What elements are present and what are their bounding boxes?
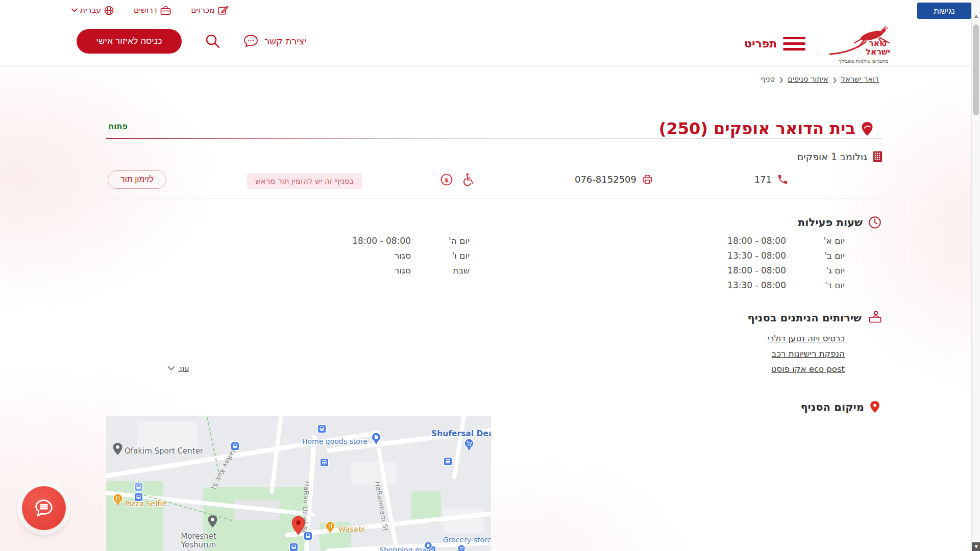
branch-phone[interactable]: 171 bbox=[754, 174, 772, 185]
chat-bubble-icon bbox=[32, 496, 56, 520]
bus-stop-icon[interactable] bbox=[321, 459, 328, 466]
poi-label-grocery[interactable]: Grocery store bbox=[443, 536, 491, 544]
accessibility-button[interactable]: נגישות bbox=[917, 3, 971, 19]
bus-stop-icon[interactable] bbox=[444, 458, 452, 465]
poi-label-shufersal[interactable]: Shufersal Deal bbox=[431, 429, 491, 438]
poi-pin-grocery[interactable] bbox=[456, 544, 467, 551]
breadcrumb-branches[interactable]: איתור סניפים bbox=[788, 75, 828, 83]
fax-icon bbox=[642, 173, 653, 185]
pencil-icon bbox=[217, 5, 229, 16]
title-divider bbox=[106, 138, 883, 139]
services-section-heading: שירותים הניתנים בסניף bbox=[748, 310, 883, 325]
scrollbar-thumb[interactable] bbox=[973, 24, 979, 115]
chevron-down-icon bbox=[71, 8, 78, 12]
chat-fab-button[interactable] bbox=[22, 486, 66, 530]
login-button[interactable]: כניסה לאיזור אישי bbox=[77, 29, 182, 54]
header-divider bbox=[818, 30, 818, 57]
search-icon bbox=[204, 33, 221, 49]
branch-address: גולומב 1 אופקים bbox=[797, 151, 867, 162]
service-link-visa[interactable]: כרטיס ויזה נטען דולרי bbox=[767, 334, 845, 343]
poi-label-home-goods[interactable]: Home goods store bbox=[302, 437, 368, 445]
breadcrumb-separator: ❮ bbox=[832, 77, 837, 83]
bus-stop-icon[interactable] bbox=[231, 442, 239, 450]
map-pin-icon bbox=[869, 399, 880, 414]
breadcrumb-current: סניף bbox=[761, 75, 775, 83]
scrollbar-up-arrow[interactable]: ▲ bbox=[972, 13, 980, 18]
hours-left-column: יום ה'18:00 - 08:00 יום ו'סגור שבתסגור bbox=[351, 236, 470, 280]
poi-pin-wasabi[interactable] bbox=[325, 521, 335, 534]
language-switcher[interactable]: עברית bbox=[71, 5, 114, 16]
jobs-link[interactable]: דרושים bbox=[134, 5, 172, 16]
scrollbar-down-arrow[interactable]: ▼ bbox=[972, 542, 980, 551]
hours-heading: שעות פעילות bbox=[798, 216, 863, 229]
search-button[interactable] bbox=[204, 33, 221, 49]
chat-icon bbox=[243, 34, 259, 48]
hours-row: יום א'18:00 - 08:00 bbox=[726, 236, 845, 246]
appointment-note: בסניף זה יש להזמין תור מראש bbox=[247, 173, 362, 189]
status-badge: פתוח bbox=[108, 121, 128, 131]
poi-pin-school[interactable] bbox=[207, 515, 218, 528]
logo-line2: ישראל bbox=[866, 47, 890, 57]
location-section-heading: מיקום הסניף bbox=[800, 399, 880, 414]
map-road bbox=[270, 416, 284, 494]
menu-button[interactable]: תפריט bbox=[744, 34, 805, 54]
contact-link[interactable]: יצירת קשר bbox=[243, 34, 306, 48]
pin-emblem-icon bbox=[861, 121, 874, 137]
bus-stop-icon[interactable] bbox=[135, 483, 142, 491]
map-building bbox=[137, 421, 198, 449]
services-links: כרטיס ויזה נטען דולרי הנפקת רישיונות רכב… bbox=[767, 334, 845, 374]
contact-label: יצירת קשר bbox=[264, 36, 306, 46]
book-appointment-button[interactable]: לזימון תור bbox=[108, 170, 166, 189]
poi-pin-home-goods[interactable] bbox=[371, 432, 381, 445]
services-more-button[interactable]: עוד bbox=[167, 364, 189, 373]
page-title: בית הדואר אופקים (250) bbox=[659, 119, 855, 138]
branch-fax: 076-8152509 bbox=[575, 174, 636, 185]
bus-stop-icon[interactable] bbox=[318, 425, 326, 433]
phone-icon bbox=[777, 173, 789, 185]
dollar-icon: $ bbox=[440, 173, 453, 186]
language-label: עברית bbox=[80, 6, 101, 15]
poi-pin-sport-center[interactable] bbox=[112, 442, 123, 456]
branch-location-map[interactable]: HaRav Kuk St HaRav Uziel St HaRambam St … bbox=[106, 416, 491, 551]
fax-row: 076-8152509 bbox=[575, 173, 653, 185]
branch-title-row: בית הדואר אופקים (250) bbox=[659, 119, 874, 138]
hours-row: יום ג'18:00 - 08:00 bbox=[726, 265, 845, 276]
chevron-down-icon bbox=[167, 366, 175, 371]
svg-text:$: $ bbox=[445, 176, 449, 184]
service-link-vehicle-license[interactable]: הנפקת רישיונות רכב bbox=[772, 349, 845, 359]
tenders-link[interactable]: מכרזים bbox=[191, 5, 229, 16]
breadcrumb-separator: ❮ bbox=[779, 77, 783, 83]
wheelchair-icon bbox=[461, 172, 476, 187]
phone-row: 171 bbox=[754, 173, 789, 185]
logo-tagline: מחברים עולמות בשבילך bbox=[839, 58, 889, 64]
poi-label-school[interactable]: Moreshet Yeshurun School bbox=[170, 532, 227, 551]
services-heading: שירותים הניתנים בסניף bbox=[748, 312, 862, 324]
bus-stop-icon[interactable] bbox=[290, 543, 298, 551]
hours-row: שבתסגור bbox=[351, 265, 470, 276]
hours-right-column: יום א'18:00 - 08:00 יום ב'13:30 - 08:00 … bbox=[726, 236, 845, 295]
counter-clerk-icon bbox=[867, 310, 883, 325]
breadcrumb-home[interactable]: דואר ישראל bbox=[841, 75, 879, 83]
israel-post-logo[interactable]: דואר ישראל מחברים עולמות בשבילך bbox=[827, 24, 901, 64]
hours-row: יום ה'18:00 - 08:00 bbox=[351, 236, 470, 246]
poi-label-sport-center[interactable]: Ofakim Sport Center bbox=[125, 446, 203, 456]
hours-row: יום ד'13:30 - 08:00 bbox=[726, 280, 845, 290]
poi-pin-shopping-mall[interactable] bbox=[423, 541, 433, 551]
scrollbar[interactable]: ▲ ▼ bbox=[971, 0, 980, 551]
jobs-label: דרושים bbox=[134, 6, 157, 15]
map-trail bbox=[207, 417, 220, 477]
tenders-label: מכרזים bbox=[191, 6, 215, 15]
globe-icon bbox=[104, 5, 114, 16]
breadcrumb: דואר ישראל ❮ איתור סניפים ❮ סניף bbox=[761, 75, 879, 83]
poi-pin-pizza-selfie[interactable] bbox=[112, 493, 123, 507]
location-heading: מיקום הסניף bbox=[800, 401, 864, 413]
service-link-eco-post[interactable]: אקו פוסט eco post bbox=[771, 364, 845, 374]
poi-label-pizza-selfie[interactable]: Pizza Selfie bbox=[125, 499, 166, 508]
utility-bar: עברית דרושים מכרזים bbox=[71, 5, 229, 16]
building-icon bbox=[872, 151, 883, 163]
bus-stop-icon[interactable] bbox=[304, 532, 312, 540]
poi-label-wasabi[interactable]: Wasabi bbox=[338, 525, 365, 533]
poi-pin-shufersal[interactable] bbox=[463, 438, 474, 452]
services-more-label: עוד bbox=[178, 364, 189, 373]
destination-marker[interactable] bbox=[291, 516, 305, 535]
